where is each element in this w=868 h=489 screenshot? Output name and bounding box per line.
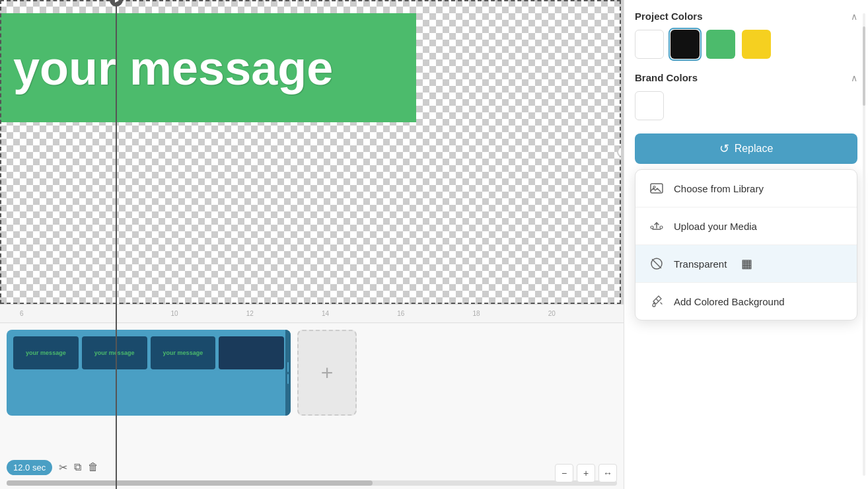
clip-info-bar: 12.0 sec ✂ ⧉ 🗑 [0,455,624,480]
menu-item-colored-bg[interactable]: Add Colored Background [635,283,857,320]
timeline-scrollbar[interactable] [7,480,617,486]
end-line-1 [287,362,289,372]
paint-bucket-icon [649,293,665,309]
menu-item-library[interactable]: Choose from Library [635,170,857,207]
svg-point-1 [653,186,655,188]
project-colors-collapse[interactable]: ∧ [851,11,857,22]
project-colors-section-header: Project Colors ∧ [635,11,857,22]
track-thumb-dark [219,336,284,369]
ruler-mark-12: 12 [246,310,322,317]
ruler-numbers: 6 10 12 14 16 18 20 [0,310,624,317]
timeline-track[interactable]: your message your message your message [7,330,291,416]
clip-icons: ✂ ⧉ 🗑 [59,461,98,474]
banner-text: your message [13,41,333,95]
brand-color-swatches [635,91,857,120]
track-end-lines [287,362,289,384]
replace-icon: ↺ [719,141,729,156]
canvas-wrapper: your message ↺ [0,0,624,304]
library-icon [649,180,665,196]
ruler-mark-18: 18 [473,310,548,317]
clip-duration: 12.0 sec [7,460,52,475]
zoom-controls: − + ↔ [555,464,617,482]
replace-button[interactable]: ↺ Replace [635,133,857,164]
project-colors-title: Project Colors [635,11,703,22]
add-clip-button[interactable]: + [297,330,357,416]
color-swatch-black[interactable] [670,30,700,59]
timeline-content: ▶ your message your message your message [0,323,624,455]
thumb-label-1: your message [26,350,66,356]
colored-bg-label: Add Colored Background [674,296,785,307]
transparent-icon [649,256,665,272]
ruler-mark-14: 14 [322,310,397,317]
scissors-icon[interactable]: ✂ [59,461,67,474]
replace-dropdown-menu: Choose from Library Upload your Media [635,169,857,320]
playhead[interactable]: ▶ [116,0,117,489]
track-thumb-3: your message [151,336,216,369]
copy-icon[interactable]: ⧉ [74,461,81,474]
thumb-label-3: your message [163,350,203,356]
upload-label: Upload your Media [674,221,757,232]
replace-label: Replace [735,143,774,155]
play-icon: ▶ [115,0,119,3]
ruler-mark-20: 20 [548,310,624,317]
end-line-2 [287,374,289,384]
menu-item-transparent[interactable]: Transparent ▦ [635,245,857,282]
brand-colors-section-header: Brand Colors ∧ [635,72,857,83]
canvas-area: your message ↺ 6 10 12 14 16 18 20 [0,0,624,489]
delete-icon[interactable]: 🗑 [88,461,98,474]
right-panel: Project Colors ∧ Brand Colors ∧ ↺ Replac… [624,0,868,489]
ruler-mark-10: 10 [171,310,246,317]
panel-scrollbar-thumb[interactable] [863,26,865,106]
timeline-area: 6 10 12 14 16 18 20 ▶ y [0,304,624,489]
menu-item-upload[interactable]: Upload your Media [635,207,857,244]
scrollbar-thumb[interactable] [7,480,373,486]
svg-line-5 [653,260,661,268]
track-end-handle[interactable] [285,330,291,416]
color-swatch-green[interactable] [706,30,735,59]
ruler-mark-16: 16 [397,310,472,317]
transparent-label: Transparent [674,258,727,270]
timeline-ruler: 6 10 12 14 16 18 20 [0,305,624,323]
banner-element[interactable]: your message [0,13,416,122]
fit-button[interactable]: ↔ [598,464,617,482]
panel-scrollbar[interactable] [863,13,865,476]
ruler-mark-6: 6 [20,310,95,317]
project-color-swatches [635,30,857,59]
svg-point-3 [660,226,663,229]
svg-point-2 [651,226,653,229]
thumb-label-2: your message [94,350,135,356]
canvas-stage: your message ↺ [0,0,621,304]
cursor-indicator: ▦ [741,256,752,271]
zoom-in-button[interactable]: + [577,464,595,482]
color-swatch-brand1[interactable] [635,91,664,120]
library-label: Choose from Library [674,183,764,194]
track-thumbnails: your message your message your message [7,330,291,376]
brand-colors-title: Brand Colors [635,72,698,83]
color-swatch-white[interactable] [635,30,664,59]
brand-colors-collapse[interactable]: ∧ [851,73,857,83]
color-swatch-yellow[interactable] [742,30,771,59]
upload-icon [649,218,665,234]
zoom-out-button[interactable]: − [555,464,573,482]
track-thumb-2: your message [82,336,147,369]
track-thumb-1: your message [13,336,79,369]
